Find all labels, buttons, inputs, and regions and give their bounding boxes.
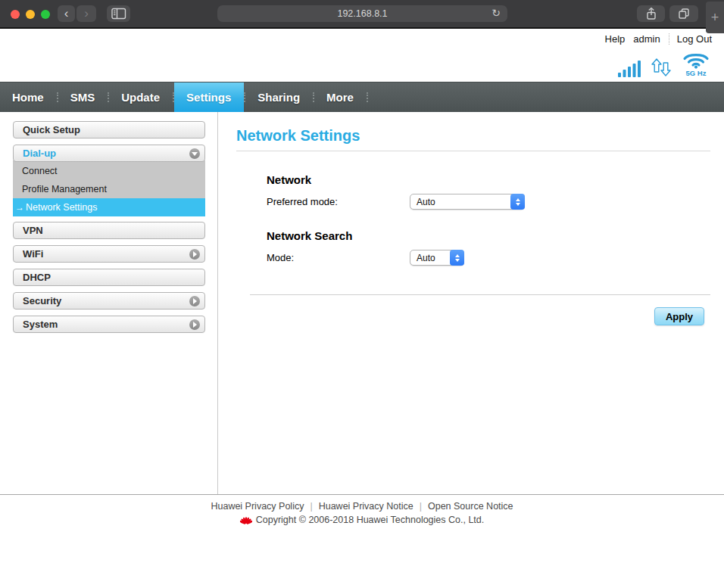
sidebar-item-wifi[interactable]: WiFi — [13, 245, 205, 263]
logout-link[interactable]: Log Out — [669, 33, 712, 45]
logged-in-user: admin — [633, 33, 660, 45]
footer-separator: | — [420, 501, 422, 512]
sidebar-subitem-connect[interactable]: Connect — [13, 162, 205, 180]
help-link[interactable]: Help — [605, 33, 626, 45]
sidebar-icon — [111, 8, 126, 20]
huawei-logo-icon — [240, 515, 252, 525]
minimize-window-button[interactable] — [26, 10, 35, 19]
main-panel: Network Settings Network Preferred mode:… — [218, 112, 724, 494]
site-header: Help admin Log Out 5G Hz — [0, 29, 724, 82]
sidebar-subitem-label: Profile Management — [22, 184, 107, 194]
sidebar-item-system[interactable]: System — [13, 316, 205, 333]
apply-row: Apply — [236, 307, 710, 325]
traffic-updown-icon — [651, 58, 672, 77]
share-icon — [644, 7, 658, 20]
sidebar-item-dhcp[interactable]: DHCP — [13, 269, 205, 286]
preferred-mode-row: Preferred mode: Auto — [267, 194, 710, 210]
nav-item-update[interactable]: Update — [109, 82, 173, 112]
sidebar-subitem-network-settings[interactable]: → Network Settings — [13, 198, 205, 216]
chevron-right-icon — [189, 319, 200, 330]
network-section-heading: Network — [267, 173, 710, 186]
footer-links: Huawei Privacy Policy | Huawei Privacy N… — [0, 501, 724, 512]
search-mode-select[interactable]: Auto — [410, 250, 464, 266]
sidebar-item-dial-up[interactable]: Dial-up — [13, 145, 205, 162]
copyright-line: Copyright © 2006-2018 Huawei Technologie… — [0, 515, 724, 525]
sidebar-item-label: Security — [23, 295, 61, 306]
privacy-policy-link[interactable]: Huawei Privacy Policy — [211, 501, 304, 512]
select-stepper-icon — [450, 250, 464, 266]
chevron-down-icon — [189, 148, 200, 159]
sidebar-item-label: DHCP — [23, 272, 51, 283]
sidebar-item-vpn[interactable]: VPN — [13, 222, 205, 239]
zoom-window-button[interactable] — [41, 10, 50, 19]
search-mode-value: Auto — [417, 253, 435, 263]
account-bar: Help admin Log Out — [605, 33, 712, 45]
search-mode-row: Mode: Auto — [267, 250, 710, 266]
footer-separator: | — [310, 501, 312, 512]
wifi-icon — [682, 50, 710, 69]
browser-toolbar: ‹ › 192.168.8.1 ↻ — [0, 0, 724, 29]
sidebar-item-quick-setup[interactable]: Quick Setup — [13, 121, 205, 138]
show-tabs-button[interactable] — [669, 5, 698, 22]
nav-item-sms[interactable]: SMS — [58, 82, 108, 112]
preferred-mode-value: Auto — [417, 197, 435, 207]
page-footer: Huawei Privacy Policy | Huawei Privacy N… — [0, 494, 724, 588]
sidebar-item-label: WiFi — [23, 248, 43, 260]
page-title: Network Settings — [236, 127, 710, 151]
forward-icon: › — [84, 6, 89, 21]
close-window-button[interactable] — [11, 10, 20, 19]
new-tab-button[interactable]: + — [706, 2, 724, 33]
sidebar-item-label: VPN — [23, 225, 43, 236]
apply-button[interactable]: Apply — [654, 307, 704, 325]
sidebar-item-label: Quick Setup — [23, 124, 80, 135]
preferred-mode-select[interactable]: Auto — [410, 194, 525, 210]
status-icons: 5G Hz — [618, 50, 710, 77]
sidebar-subitem-label: Network Settings — [26, 202, 97, 213]
open-source-notice-link[interactable]: Open Source Notice — [428, 501, 513, 512]
section-divider — [250, 294, 710, 295]
sidebar-item-security[interactable]: Security — [13, 292, 205, 310]
sidebar-item-label: Dial-up — [23, 148, 56, 159]
back-icon: ‹ — [64, 6, 69, 21]
share-button[interactable] — [637, 5, 665, 22]
wifi-band-label: 5G Hz — [686, 69, 707, 77]
preferred-mode-label: Preferred mode: — [267, 196, 410, 207]
nav-item-more[interactable]: More — [314, 82, 367, 112]
forward-button[interactable]: › — [76, 5, 96, 22]
nav-item-settings[interactable]: Settings — [174, 82, 244, 112]
copyright-text: Copyright © 2006-2018 Huawei Technologie… — [256, 515, 485, 525]
back-button[interactable]: ‹ — [58, 5, 75, 22]
signal-strength-icon — [618, 59, 641, 77]
tabs-icon — [677, 8, 691, 20]
refresh-icon[interactable]: ↻ — [492, 7, 501, 19]
chevron-right-icon — [189, 249, 200, 260]
wifi-status: 5G Hz — [682, 50, 710, 77]
dial-up-submenu: Connect Profile Management → Network Set… — [13, 160, 205, 216]
sidebar-subitem-profile-management[interactable]: Profile Management — [13, 180, 205, 198]
search-mode-label: Mode: — [267, 252, 410, 263]
nav-item-sharing[interactable]: Sharing — [245, 82, 313, 112]
settings-sidebar: Quick Setup Dial-up Connect Profile Mana… — [0, 112, 218, 494]
address-bar[interactable]: 192.168.8.1 ↻ — [217, 5, 507, 22]
sidebar-toggle-button[interactable] — [107, 5, 130, 22]
url-text: 192.168.8.1 — [337, 8, 387, 19]
select-stepper-icon — [510, 194, 525, 210]
active-item-arrow-icon: → — [15, 202, 24, 213]
network-search-section-heading: Network Search — [267, 229, 710, 242]
nav-item-home[interactable]: Home — [0, 82, 57, 112]
chevron-right-icon — [189, 296, 200, 306]
content-area: Quick Setup Dial-up Connect Profile Mana… — [0, 112, 724, 494]
plus-icon: + — [711, 10, 719, 26]
main-navbar: Home SMS Update Settings Sharing More — [0, 82, 724, 112]
privacy-notice-link[interactable]: Huawei Privacy Notice — [319, 501, 413, 512]
sidebar-subitem-label: Connect — [22, 166, 58, 176]
sidebar-item-label: System — [23, 319, 58, 330]
nav-separator — [367, 92, 368, 102]
